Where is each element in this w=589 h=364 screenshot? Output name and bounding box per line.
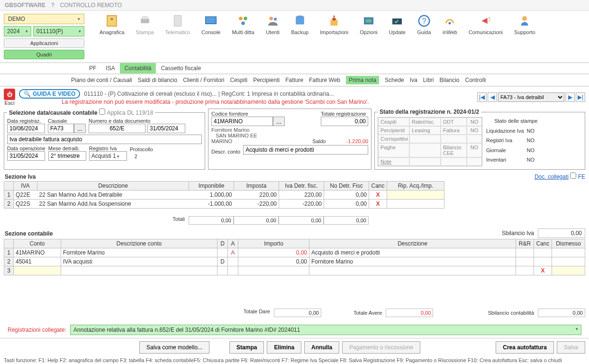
dl119-checkbox[interactable] <box>99 109 105 115</box>
help-q[interactable]: ? <box>51 2 54 9</box>
sub-clienti-fornitori[interactable]: Clienti / Fornitori <box>183 77 224 83</box>
quadri-button[interactable]: Quadri <box>4 50 84 59</box>
tool-inweb[interactable]: inWeb <box>443 14 457 35</box>
causale-lookup[interactable]: ... <box>74 124 86 133</box>
sub-piano-conti[interactable]: Piano dei conti / Causali <box>71 77 132 83</box>
stampa-button[interactable]: Stampa <box>229 341 264 354</box>
svg-rect-0 <box>107 16 117 27</box>
tab-pf[interactable]: PF <box>84 63 101 73</box>
svg-rect-2 <box>141 18 149 23</box>
svg-point-10 <box>273 18 276 20</box>
svg-point-9 <box>269 17 273 20</box>
descrizione-input[interactable] <box>7 135 202 144</box>
tab-isa[interactable]: ISA <box>101 63 119 73</box>
svg-rect-3 <box>142 16 148 19</box>
tab-cassetto[interactable]: Cassetto fiscale <box>156 63 206 73</box>
note-link[interactable]: Note <box>378 157 409 166</box>
iva-row-delete[interactable]: X <box>376 200 380 207</box>
demo-select[interactable]: DEMO <box>4 14 84 24</box>
nav-tabs-2: Piano dei conti / Causali Saldi di bilan… <box>0 74 589 87</box>
codice-fornitore-input[interactable] <box>211 117 273 126</box>
causale-input[interactable] <box>48 124 74 133</box>
pager-prev[interactable]: ◀ <box>488 92 497 102</box>
pager-first[interactable]: |◀ <box>477 92 487 102</box>
numero-doc-input[interactable] <box>89 124 145 133</box>
tool-guida[interactable]: ?Guida <box>417 14 431 35</box>
annulla-button[interactable]: Annulla <box>304 341 339 354</box>
doc-collegati-link[interactable]: Doc. collegati <box>535 173 569 180</box>
pager-last[interactable]: ▶| <box>576 92 585 102</box>
stato-stampe: Stato delle stampe Liquidazione IvaNO Re… <box>486 117 546 166</box>
sub-iva[interactable]: Iva <box>410 77 417 83</box>
salva-modello-button[interactable]: Salva come modello... <box>139 341 209 354</box>
fornitore-lookup[interactable]: ... <box>273 117 285 126</box>
totale-dare-value: 0,00 <box>274 309 321 317</box>
tool-supporto[interactable]: Supporto <box>514 14 535 35</box>
pagamento-button[interactable]: Pagamento o riscossione <box>342 341 420 354</box>
sub-prima-nota[interactable]: Prima nota <box>346 76 379 84</box>
fornitore-fieldset: Codice fornitore... Totale registrazione… <box>208 109 372 170</box>
svg-rect-15 <box>366 19 372 23</box>
svg-point-7 <box>244 17 247 20</box>
sub-fatture-web[interactable]: Fatture Web <box>309 77 340 83</box>
salva-button[interactable]: Salva <box>557 341 585 354</box>
fe-checkbox[interactable] <box>570 173 576 179</box>
esci-button[interactable]: ⏻ Esci <box>4 89 15 106</box>
tool-utenti[interactable]: Utenti <box>266 14 280 35</box>
iva-row-delete[interactable]: X <box>376 191 380 198</box>
code-select[interactable]: 011110(P) <box>33 26 84 36</box>
sub-controlli[interactable]: Controlli <box>465 77 486 83</box>
svg-text:?: ? <box>422 17 426 25</box>
tool-anagrafica[interactable]: Anagrafica <box>100 14 125 35</box>
elimina-button[interactable]: Elimina <box>267 341 301 354</box>
tool-multiditta[interactable]: Multi ditta <box>232 14 254 35</box>
tool-importazioni[interactable]: Importazioni <box>320 14 348 35</box>
sub-libri[interactable]: Libri <box>423 77 434 83</box>
descr-conto-input[interactable] <box>243 145 368 155</box>
data-doc-input[interactable] <box>147 124 185 133</box>
mese-detraib-input[interactable] <box>48 151 86 161</box>
tool-comunicazioni[interactable]: Comunicazioni <box>469 14 503 35</box>
iva-row[interactable]: 1 Q22E 22 San Marino Add.Iva Detraibile … <box>4 191 444 200</box>
contabile-row[interactable]: 245041IVA acquisti D 0,00Fornitore Marin… <box>4 257 585 266</box>
sub-percipienti[interactable]: Percipienti <box>253 77 280 83</box>
tool-opzioni[interactable]: Opzioni <box>360 14 377 35</box>
data-operazione-input[interactable] <box>7 151 45 161</box>
data-registrazione-input[interactable] <box>7 124 45 133</box>
remote-control[interactable]: CONTROLLO REMOTO <box>60 2 122 9</box>
crea-autofattura-button[interactable]: Crea autofattura <box>496 341 554 354</box>
cont-row-delete[interactable]: X <box>541 267 544 274</box>
tool-stampa[interactable]: Stampa <box>136 14 154 35</box>
stato-grid: CespitiRatei/risc.DDTNO PercipientiLeasi… <box>378 117 482 166</box>
tool-telematico[interactable]: Telematico <box>165 14 190 35</box>
iva-row[interactable]: 2 Q22S 22 San Marino Add.Iva Sospensione… <box>4 200 444 209</box>
reg-collegate-select[interactable]: Annotazione relativa alla fattura n.652/… <box>70 325 581 335</box>
sub-saldi[interactable]: Saldi di bilancio <box>138 77 177 83</box>
svg-rect-5 <box>206 17 217 24</box>
warning-text: La registrazione non può essere modifica… <box>62 99 369 105</box>
registro-iva-select[interactable]: Acquisti 1 <box>89 151 127 161</box>
sub-bilancio[interactable]: Bilancio <box>439 77 459 83</box>
pager-select[interactable]: FA73 - Iva detraibil <box>498 92 564 102</box>
titlebar: GBSOFTWARE ? CONTROLLO REMOTO <box>0 0 589 11</box>
sub-fatture[interactable]: Fatture <box>285 77 303 83</box>
sbilancio-iva-value: 0,00 <box>538 228 585 238</box>
contabile-table: Conto Descrizione conto D A Importo Desc… <box>4 239 585 275</box>
year-select[interactable]: 2024 <box>4 26 31 36</box>
pager-next[interactable]: ▶ <box>565 92 575 102</box>
sub-cespiti[interactable]: Cespiti <box>230 77 248 83</box>
tool-backup[interactable]: Backup <box>291 14 309 35</box>
contabile-row[interactable]: 3 X <box>4 266 585 275</box>
svg-rect-4 <box>174 16 181 27</box>
tool-console[interactable]: Console <box>201 14 220 35</box>
sezione-contabile-label: Sezione contabile <box>4 228 53 238</box>
contabile-row[interactable]: 141MARINOFornitore Marino A 0,00Acquisto… <box>4 248 585 257</box>
guida-video-button[interactable]: 🔍 GUIDA E VIDEO <box>19 89 80 99</box>
tab-contabilita[interactable]: Contabilità <box>120 63 156 73</box>
protocollo-value: 2 <box>130 152 153 161</box>
tool-update[interactable]: Update <box>389 14 405 35</box>
svg-rect-12 <box>296 18 304 25</box>
sub-schede[interactable]: Schede <box>385 77 404 83</box>
content-header: ⏻ Esci 🔍 GUIDA E VIDEO 011110 - (P) Colt… <box>0 87 589 108</box>
applicazioni-button[interactable]: Applicazioni <box>4 38 84 48</box>
